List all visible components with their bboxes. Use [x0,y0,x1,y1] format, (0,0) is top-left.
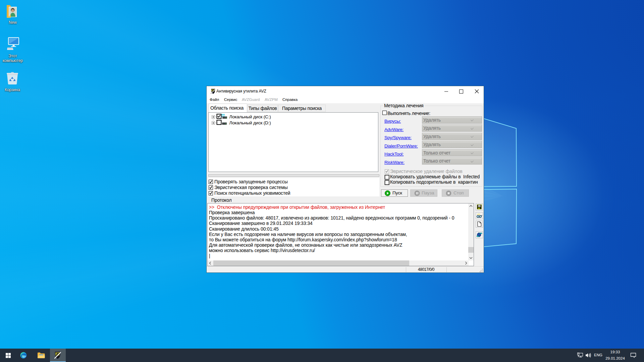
svg-text:Копировать удаляемые файлы в: Копировать удаляемые файлы в Infected [390,174,480,179]
svg-text:Поиск потенциальных уязвимосте: Поиск потенциальных уязвимостей [214,190,290,196]
svg-text:Копировать подозрительные в к: Копировать подозрительные в карантин [390,179,478,185]
svg-text:Локальный диск (C:): Локальный диск (C:) [229,114,271,119]
svg-text:Эвристическая проверка системы: Эвристическая проверка системы [214,185,288,190]
svg-text:Локальный диск (D:): Локальный диск (D:) [229,120,271,125]
svg-text:Проверять запущенные процессы: Проверять запущенные процессы [214,179,288,184]
svg-text:Эвристическое удаление файлов: Эвристическое удаление файлов [390,169,463,174]
